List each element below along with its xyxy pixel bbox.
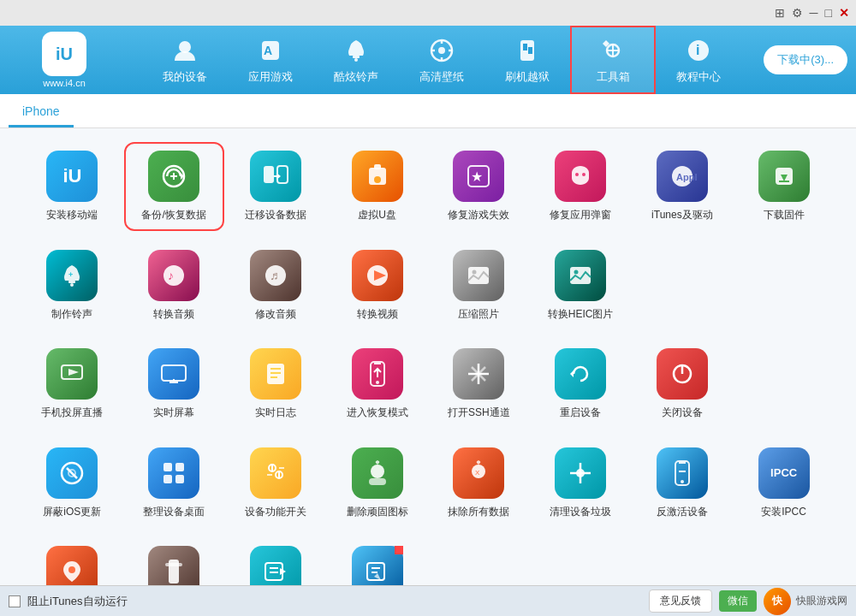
tool-compress-photo[interactable]: 压缩照片 <box>432 245 526 327</box>
erase-all-data-label: 抹除所有数据 <box>448 506 509 519</box>
make-ringtone-icon: + <box>46 250 98 301</box>
svg-point-32 <box>575 173 579 176</box>
svg-rect-98 <box>165 563 182 566</box>
install-ipcc-icon: IPCC <box>758 447 810 499</box>
convert-heic-label: 转换HEIC图片 <box>548 308 614 322</box>
nav-my-device[interactable]: 我的设备 <box>142 26 228 94</box>
tool-screen-cast[interactable]: 手机投屏直播 <box>26 343 119 425</box>
tool-install-ipcc[interactable]: IPCC 安装IPCC <box>737 442 830 524</box>
tabbar: iPhone <box>0 94 856 128</box>
tool-make-ringtone[interactable]: + 制作铃声 <box>26 245 119 327</box>
nav-tutorial[interactable]: i 教程中心 <box>656 26 741 94</box>
tool-real-log[interactable]: 实时日志 <box>229 343 323 425</box>
convert-audio-icon: ♪ <box>148 250 199 301</box>
convert-video-icon <box>352 250 403 301</box>
compress-photo-label: 压缩照片 <box>458 308 499 322</box>
install-mobile-icon: iU <box>46 151 98 202</box>
tool-fix-popup[interactable]: 修复应用弹窗 <box>534 145 627 228</box>
tool-real-screen[interactable]: 实时屏幕 <box>128 343 221 425</box>
tool-restart-device[interactable]: 重启设备 <box>534 343 627 425</box>
svg-rect-54 <box>162 365 186 381</box>
tool-virtual-udisk[interactable]: 虚拟U盘 <box>330 145 424 228</box>
nav-wallpaper[interactable]: 高清壁纸 <box>399 26 484 94</box>
restart-device-icon <box>555 348 606 400</box>
svg-text:i: i <box>696 43 699 57</box>
close-button[interactable]: ✕ <box>839 6 849 20</box>
nav-jailbreak[interactable]: 刷机越狱 <box>484 26 570 94</box>
nav-jailbreak-label: 刷机越狱 <box>505 69 550 85</box>
download-firmware-icon <box>758 151 810 202</box>
settings-icon[interactable]: ⚙ <box>792 6 803 20</box>
compress-photo-icon <box>453 250 504 301</box>
tool-block-ios-update[interactable]: 屏蔽iOS更新 <box>26 442 119 524</box>
download-button[interactable]: 下载中(3)... <box>764 45 847 74</box>
svg-text:♪: ♪ <box>168 269 174 282</box>
migrate-data-icon <box>250 151 301 202</box>
statusbar: 阻止iTunes自动运行 意见反馈 微信 快 快眼游戏网 <box>0 585 856 616</box>
nav-my-device-label: 我的设备 <box>163 69 207 85</box>
watermark-text: 快眼游戏网 <box>796 594 847 608</box>
deactivate-device-icon <box>657 447 708 499</box>
nav-toolbox-label: 工具箱 <box>597 69 630 85</box>
tab-iphone[interactable]: iPhone <box>9 98 74 127</box>
svg-rect-75 <box>163 463 172 471</box>
migrate-data-label: 迁移设备数据 <box>245 209 306 222</box>
tool-shutdown-device[interactable]: 关闭设备 <box>636 343 729 425</box>
nav-items: 我的设备 A 应用游戏 酷炫铃声 高清壁纸 刷机越 <box>120 26 764 94</box>
titlebar: ⊞ ⚙ ─ □ ✕ <box>0 0 856 26</box>
fix-popup-icon <box>555 151 606 202</box>
tool-device-func-switch[interactable]: 设备功能开关 <box>229 442 323 524</box>
tool-fix-game[interactable]: ★ 修复游戏失效 <box>432 145 526 228</box>
tool-break-timelimit[interactable]: 破解时间限额 <box>128 541 221 585</box>
tool-convert-heic[interactable]: 转换HEIC图片 <box>534 245 627 327</box>
svg-text:+: + <box>68 270 73 279</box>
nav-right: 下载中(3)... <box>764 45 847 74</box>
recovery-mode-icon <box>352 348 403 400</box>
tool-install-mobile[interactable]: iU 安装移动端 <box>26 145 119 228</box>
tool-deactivate-device[interactable]: 反激活设备 <box>636 442 729 524</box>
tool-skip-setup[interactable]: 跳过设置向导 <box>229 541 323 585</box>
nav-app-games-label: 应用游戏 <box>248 69 293 85</box>
jailbreak-icon <box>512 35 543 66</box>
tool-download-firmware[interactable]: 下载固件 <box>737 145 830 228</box>
itunes-driver-label: iTunes及驱动 <box>651 209 713 222</box>
minimize-button[interactable]: ─ <box>810 6 818 20</box>
tool-convert-audio[interactable]: ♪ 转换音频 <box>128 245 221 327</box>
monitor-icon: ⊞ <box>775 6 785 20</box>
tool-organize-desktop[interactable]: 整理设备桌面 <box>128 442 221 524</box>
nav-ringtone[interactable]: 酷炫铃声 <box>313 26 399 94</box>
tool-clean-junk[interactable]: 清理设备垃圾 <box>534 442 627 524</box>
device-func-switch-label: 设备功能开关 <box>245 506 306 519</box>
svg-rect-39 <box>68 281 75 283</box>
tool-backup-sector[interactable]: 备份引导区数据 <box>330 541 424 585</box>
toolbox-icon <box>597 35 628 66</box>
tool-erase-all-data[interactable]: X 抹除所有数据 <box>432 442 526 524</box>
remove-stubborn-label: 删除顽固图标 <box>347 506 408 519</box>
tool-edit-audio[interactable]: ♬ 修改音频 <box>229 245 323 327</box>
remove-stubborn-icon <box>352 447 403 499</box>
shutdown-device-icon <box>657 348 708 400</box>
nav-toolbox[interactable]: 工具箱 <box>570 26 656 94</box>
itunes-autorun-label: 阻止iTunes自动运行 <box>27 594 128 609</box>
tool-itunes-driver[interactable]: Apple iTunes及驱动 <box>636 145 729 228</box>
svg-rect-76 <box>175 463 184 471</box>
real-log-icon <box>250 348 301 400</box>
make-ringtone-label: 制作铃声 <box>51 308 92 322</box>
tool-migrate-data[interactable]: 迁移设备数据 <box>229 145 323 228</box>
tool-convert-video[interactable]: 转换视频 <box>330 245 424 327</box>
tool-recovery-mode[interactable]: 进入恢复模式 <box>330 343 424 425</box>
tool-remove-stubborn[interactable]: 删除顽固图标 <box>330 442 424 524</box>
maximize-button[interactable]: □ <box>825 6 832 20</box>
tool-fake-location[interactable]: 虚拟定位 <box>26 541 119 585</box>
tools-grid: iU 安装移动端 备份/恢复数据 迁移设备数据 虚拟U盘 ★ <box>26 145 830 585</box>
fix-game-label: 修复游戏失效 <box>448 209 509 222</box>
virtual-udisk-label: 虚拟U盘 <box>358 209 396 222</box>
feedback-button[interactable]: 意见反馈 <box>649 589 712 613</box>
virtual-udisk-icon <box>352 151 403 202</box>
clean-junk-label: 清理设备垃圾 <box>550 506 611 519</box>
tool-open-ssh[interactable]: 打开SSH通道 <box>432 343 526 425</box>
tool-backup-restore[interactable]: 备份/恢复数据 <box>128 145 221 228</box>
nav-app-games[interactable]: A 应用游戏 <box>228 26 313 94</box>
itunes-autorun-checkbox[interactable] <box>9 595 21 607</box>
wechat-button[interactable]: 微信 <box>719 590 757 612</box>
